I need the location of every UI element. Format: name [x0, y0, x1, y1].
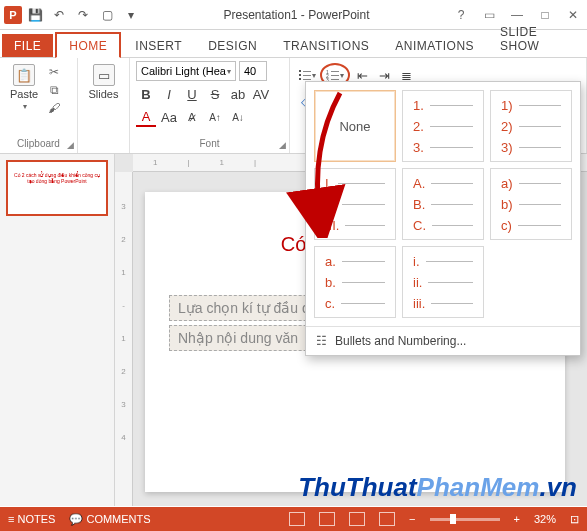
help-icon[interactable]: ?	[451, 8, 471, 22]
grow-font-button[interactable]: A↑	[205, 107, 225, 127]
numbering-option-none[interactable]: None	[314, 90, 396, 162]
zoom-slider[interactable]	[430, 518, 500, 521]
zoom-in-button[interactable]: +	[514, 513, 520, 525]
normal-view-button[interactable]	[289, 512, 305, 526]
clear-format-button[interactable]: A̷	[182, 107, 202, 127]
tab-home[interactable]: HOME	[55, 32, 121, 58]
redo-icon[interactable]: ↷	[72, 4, 94, 26]
thumbnail-panel: 1 Có 2 cách sử dụng điều khiển công cụ t…	[0, 154, 115, 506]
clipboard-group-label: Clipboard	[6, 138, 71, 151]
format-painter-icon[interactable]: 🖌	[46, 100, 62, 116]
spacing-button[interactable]: AV	[251, 84, 271, 104]
clipboard-dialog-launcher[interactable]: ◢	[67, 140, 74, 150]
notes-button[interactable]: ≡ NOTES	[8, 513, 55, 525]
strike-button[interactable]: S	[205, 84, 225, 104]
reading-view-button[interactable]	[349, 512, 365, 526]
bold-button[interactable]: B	[136, 84, 156, 104]
save-icon[interactable]: 💾	[24, 4, 46, 26]
font-color-button[interactable]: A	[136, 107, 156, 127]
tab-animations[interactable]: ANIMATIONS	[383, 34, 486, 57]
sorter-view-button[interactable]	[319, 512, 335, 526]
qat-dropdown-icon[interactable]: ▾	[120, 4, 142, 26]
numbering-option-alpha-lower-dot[interactable]: a. b. c.	[314, 246, 396, 318]
group-slides: ▭ Slides	[78, 58, 130, 153]
slides-label: Slides	[89, 88, 119, 100]
tab-transitions[interactable]: TRANSITIONS	[271, 34, 381, 57]
font-group-label: Font	[136, 138, 283, 151]
paste-label: Paste	[10, 88, 38, 100]
window-title: Presentation1 - PowerPoint	[142, 8, 451, 22]
shadow-button[interactable]: ab	[228, 84, 248, 104]
tab-design[interactable]: DESIGN	[196, 34, 269, 57]
numbering-option-arabic-paren[interactable]: 1) 2) 3)	[490, 90, 572, 162]
slideshow-view-button[interactable]	[379, 512, 395, 526]
tab-slideshow[interactable]: SLIDE SHOW	[488, 20, 587, 57]
tab-file[interactable]: FILE	[2, 34, 53, 57]
watermark: ThuThuatPhanMem.vn	[298, 472, 577, 503]
underline-button[interactable]: U	[182, 84, 202, 104]
paste-button[interactable]: 📋 Paste ▾	[6, 61, 42, 116]
copy-icon[interactable]: ⧉	[46, 82, 62, 98]
font-family-combo[interactable]: Calibri Light (Hea▾	[136, 61, 236, 81]
italic-button[interactable]: I	[159, 84, 179, 104]
cut-icon[interactable]: ✂	[46, 64, 62, 80]
tab-insert[interactable]: INSERT	[123, 34, 194, 57]
font-size-combo[interactable]: 40	[239, 61, 267, 81]
status-bar: ≡ NOTES 💬 COMMENTS − + 32% ⊡	[0, 507, 587, 531]
numbering-option-alpha-upper[interactable]: A. B. C.	[402, 168, 484, 240]
numbering-option-roman-upper[interactable]: I. II. III.	[314, 168, 396, 240]
group-font: Calibri Light (Hea▾ 40 B I U S ab AV A A…	[130, 58, 290, 153]
ribbon-tabs: FILE HOME INSERT DESIGN TRANSITIONS ANIM…	[0, 30, 587, 58]
zoom-level[interactable]: 32%	[534, 513, 556, 525]
undo-icon[interactable]: ↶	[48, 4, 70, 26]
group-clipboard: 📋 Paste ▾ ✂ ⧉ 🖌 Clipboard ◢	[0, 58, 78, 153]
comments-button[interactable]: 💬 COMMENTS	[69, 513, 150, 526]
bullets-and-numbering-link[interactable]: ☷ Bullets and Numbering...	[306, 326, 580, 355]
list-icon: ☷	[316, 334, 327, 348]
paste-icon: 📋	[13, 64, 35, 86]
fit-window-button[interactable]: ⊡	[570, 513, 579, 526]
numbering-option-arabic-dot[interactable]: 1. 2. 3.	[402, 90, 484, 162]
quick-access-toolbar: P 💾 ↶ ↷ ▢ ▾	[4, 4, 142, 26]
slide-thumbnail-1[interactable]: Có 2 cách sử dụng điều khiển công cụ tạo…	[6, 160, 108, 216]
numbering-option-alpha-lower-paren[interactable]: a) b) c)	[490, 168, 572, 240]
numbering-dropdown: None 1. 2. 3. 1) 2) 3) I. II. III. A. B.…	[305, 81, 581, 356]
numbering-option-roman-lower[interactable]: i. ii. iii.	[402, 246, 484, 318]
shrink-font-button[interactable]: A↓	[228, 107, 248, 127]
vertical-ruler: 321-1234	[115, 172, 133, 506]
start-slideshow-icon[interactable]: ▢	[96, 4, 118, 26]
slide-icon: ▭	[93, 64, 115, 86]
change-case-button[interactable]: Aa	[159, 107, 179, 127]
new-slide-button[interactable]: ▭ Slides	[84, 61, 123, 103]
powerpoint-icon: P	[4, 6, 22, 24]
zoom-out-button[interactable]: −	[409, 513, 415, 525]
font-dialog-launcher[interactable]: ◢	[279, 140, 286, 150]
